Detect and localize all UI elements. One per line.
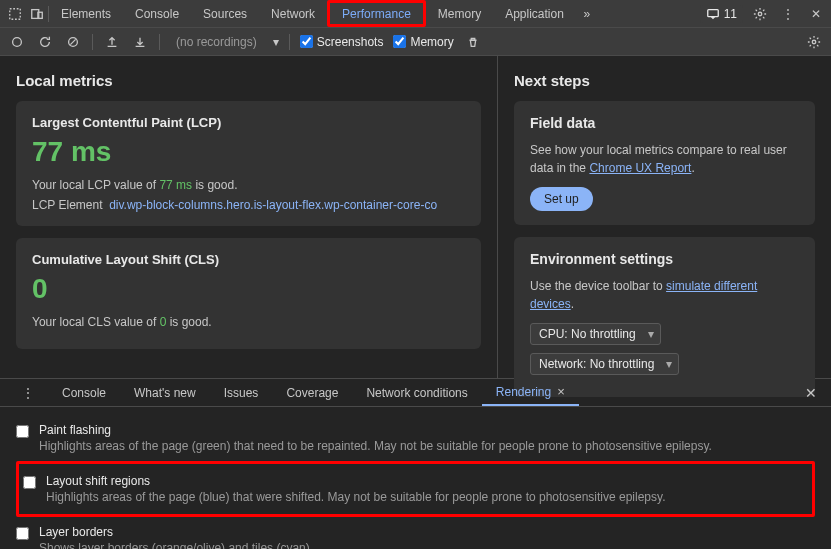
highlighted-option: Layout shift regions Highlights areas of… (16, 461, 815, 517)
field-data-card: Field data See how your local metrics co… (514, 101, 815, 225)
tab-memory[interactable]: Memory (426, 0, 493, 27)
more-icon[interactable]: ⋮ (777, 3, 799, 25)
option-layer-borders: Layer borders Shows layer borders (orang… (16, 519, 815, 549)
cls-title: Cumulative Layout Shift (CLS) (32, 252, 465, 267)
clear-icon[interactable] (64, 33, 82, 51)
recordings-dropdown[interactable]: (no recordings) (170, 35, 263, 49)
layout-shift-title: Layout shift regions (46, 474, 666, 488)
layout-shift-checkbox[interactable] (23, 476, 36, 489)
option-layout-shift: Layout shift regions Highlights areas of… (23, 468, 808, 510)
memory-label: Memory (410, 35, 453, 49)
env-settings-card: Environment settings Use the device tool… (514, 237, 815, 397)
layer-borders-title: Layer borders (39, 525, 313, 539)
upload-icon[interactable] (103, 33, 121, 51)
local-metrics-heading: Local metrics (16, 72, 481, 89)
layer-borders-checkbox[interactable] (16, 527, 29, 540)
lcp-card: Largest Contentful Paint (LCP) 77 ms You… (16, 101, 481, 226)
screenshots-checkbox[interactable]: Screenshots (300, 35, 384, 49)
svg-rect-2 (38, 12, 42, 18)
separator (159, 34, 160, 50)
drawer-tab-whatsnew[interactable]: What's new (120, 379, 210, 406)
paint-flashing-title: Paint flashing (39, 423, 712, 437)
lcp-element-selector[interactable]: div.wp-block-columns.hero.is-layout-flex… (109, 198, 437, 212)
cpu-throttle-select[interactable]: CPU: No throttling (530, 323, 661, 345)
network-throttle-select[interactable]: Network: No throttling (530, 353, 679, 375)
cls-desc: Your local CLS value of 0 is good. (32, 315, 465, 329)
field-data-desc: See how your local metrics compare to re… (530, 141, 799, 177)
devtools-tabs: Elements Console Sources Network Perform… (49, 0, 700, 27)
next-steps-heading: Next steps (514, 72, 815, 89)
toolbar-settings-icon[interactable] (805, 33, 823, 51)
svg-point-7 (812, 40, 816, 44)
lcp-element: LCP Element div.wp-block-columns.hero.is… (32, 198, 465, 212)
memory-checkbox[interactable]: Memory (393, 35, 453, 49)
drawer-menu-icon[interactable]: ⋮ (8, 379, 48, 406)
paint-flashing-desc: Highlights areas of the page (green) tha… (39, 439, 712, 453)
drawer-tab-issues[interactable]: Issues (210, 379, 273, 406)
record-icon[interactable] (8, 33, 26, 51)
tab-console[interactable]: Console (123, 0, 191, 27)
svg-rect-0 (10, 8, 21, 19)
svg-point-5 (13, 37, 22, 46)
lcp-desc: Your local LCP value of 77 ms is good. (32, 178, 465, 192)
cls-card: Cumulative Layout Shift (CLS) 0 Your loc… (16, 238, 481, 349)
lcp-value: 77 ms (32, 136, 465, 168)
tab-sources[interactable]: Sources (191, 0, 259, 27)
reload-icon[interactable] (36, 33, 54, 51)
close-tab-icon[interactable]: × (557, 384, 565, 399)
svg-point-4 (758, 12, 762, 16)
layout-shift-desc: Highlights areas of the page (blue) that… (46, 490, 666, 504)
drawer-tab-network-conditions[interactable]: Network conditions (352, 379, 481, 406)
close-icon[interactable]: ✕ (805, 3, 827, 25)
crux-link[interactable]: Chrome UX Report (589, 161, 691, 175)
memory-input[interactable] (393, 35, 406, 48)
tab-network[interactable]: Network (259, 0, 327, 27)
drawer-close-icon[interactable]: ✕ (799, 385, 823, 401)
option-paint-flashing: Paint flashing Highlights areas of the p… (16, 417, 815, 459)
more-tabs-icon[interactable]: » (576, 3, 598, 25)
issues-count[interactable]: 11 (700, 5, 743, 23)
env-title: Environment settings (530, 251, 799, 267)
cls-value: 0 (32, 273, 465, 305)
env-desc: Use the device toolbar to simulate diffe… (530, 277, 799, 313)
inspect-icon[interactable] (4, 3, 26, 25)
separator (92, 34, 93, 50)
field-data-title: Field data (530, 115, 799, 131)
tab-elements[interactable]: Elements (49, 0, 123, 27)
chevron-down-icon[interactable]: ▾ (273, 35, 279, 49)
drawer-tab-rendering[interactable]: Rendering× (482, 379, 579, 406)
screenshots-input[interactable] (300, 35, 313, 48)
drawer-tab-console[interactable]: Console (48, 379, 120, 406)
setup-button[interactable]: Set up (530, 187, 593, 211)
svg-rect-3 (707, 9, 718, 16)
error-count-value: 11 (724, 7, 737, 21)
screenshots-label: Screenshots (317, 35, 384, 49)
drawer-tab-coverage[interactable]: Coverage (272, 379, 352, 406)
layer-borders-desc: Shows layer borders (orange/olive) and t… (39, 541, 313, 549)
tab-application[interactable]: Application (493, 0, 576, 27)
garbage-collect-icon[interactable] (464, 33, 482, 51)
download-icon[interactable] (131, 33, 149, 51)
device-toolbar-icon[interactable] (26, 3, 48, 25)
paint-flashing-checkbox[interactable] (16, 425, 29, 438)
lcp-title: Largest Contentful Paint (LCP) (32, 115, 465, 130)
settings-icon[interactable] (749, 3, 771, 25)
tab-performance[interactable]: Performance (327, 0, 426, 27)
separator (289, 34, 290, 50)
message-icon (706, 7, 720, 21)
